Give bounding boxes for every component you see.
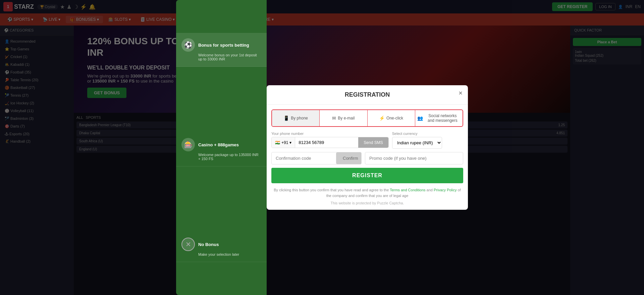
phone-group: Your phone number 🇮🇳 +91 ▾ Send SMS [271, 132, 389, 149]
dropdown-icon: ▾ [289, 140, 291, 145]
currency-group: Select currency Indian rupee (INR) USD E… [392, 132, 463, 149]
modal-overlay: ⚽ Bonus for sports betting Welcome bonus… [0, 0, 644, 295]
no-bonus-icon: ✕ [181, 238, 195, 251]
registration-title: REGISTRATION [267, 85, 468, 105]
phone-code: +91 [281, 140, 288, 145]
confirm-row: Confirm [271, 152, 463, 164]
bonus-sports-desc: Welcome bonus on your 1st deposit up to … [198, 53, 261, 61]
phone-currency-row: Your phone number 🇮🇳 +91 ▾ Send SMS Sele… [271, 132, 463, 149]
tab-by-phone-label: By phone [291, 116, 308, 120]
confirm-button[interactable]: Confirm [336, 152, 362, 164]
registration-tabs: 📱 By phone ✉ By e-mail ⚡ One-click 👥 Soc… [271, 109, 463, 127]
one-click-tab-icon: ⚡ [379, 115, 385, 121]
bonus-sports-header: ⚽ Bonus for sports betting [181, 38, 261, 52]
terms-link[interactable]: Terms and Conditions [390, 188, 425, 192]
bonus-casino-title: Casino + 888games [198, 142, 239, 147]
tab-one-click-label: One-click [386, 116, 403, 120]
close-button[interactable]: × [459, 89, 463, 97]
bonus-sidebar: ⚽ Bonus for sports betting Welcome bonus… [176, 0, 267, 295]
register-button[interactable]: REGISTER [271, 168, 463, 183]
email-tab-icon: ✉ [332, 115, 336, 121]
bonus-sports-title: Bonus for sports betting [198, 43, 249, 48]
privacy-link[interactable]: Privacy Policy [434, 188, 457, 192]
send-sms-button[interactable]: Send SMS [358, 137, 388, 148]
tab-one-click[interactable]: ⚡ One-click [368, 110, 415, 126]
confirmation-wrapper: Confirm [271, 152, 362, 164]
phone-input[interactable] [295, 137, 358, 148]
bonus-sports-card[interactable]: ⚽ Bonus for sports betting Welcome bonus… [176, 33, 267, 67]
phone-tab-icon: 📱 [283, 115, 289, 121]
phone-label: Your phone number [271, 132, 389, 136]
confirmation-code-input[interactable] [272, 152, 336, 164]
terms-text: By clicking this button you confirm that… [271, 187, 463, 198]
bonus-casino-card[interactable]: 🎰 Casino + 888games Welcome package up t… [176, 133, 267, 166]
currency-select[interactable]: Indian rupee (INR) USD EUR [392, 137, 442, 149]
registration-form: Your phone number 🇮🇳 +91 ▾ Send SMS Sele… [267, 132, 468, 210]
tab-social-label: Social networks and messengers [425, 113, 461, 123]
no-bonus-card[interactable]: ✕ No Bonus Make your selection later [176, 232, 267, 262]
tab-by-email[interactable]: ✉ By e-mail [320, 110, 367, 126]
country-flag-selector[interactable]: 🇮🇳 +91 ▾ [272, 137, 295, 148]
soccer-ball-icon: ⚽ [181, 38, 195, 52]
no-bonus-header: ✕ No Bonus [181, 238, 261, 251]
phone-wrapper: 🇮🇳 +91 ▾ Send SMS [271, 137, 389, 148]
social-tab-icon: 👥 [417, 115, 423, 121]
currency-label: Select currency [392, 132, 463, 136]
bonus-casino-desc: Welcome package up to 135000 INR + 150 F… [198, 153, 261, 161]
casino-icon: 🎰 [181, 138, 195, 151]
flag-icon: 🇮🇳 [275, 140, 280, 145]
tab-social[interactable]: 👥 Social networks and messengers [415, 110, 463, 126]
tab-by-phone[interactable]: 📱 By phone [272, 110, 320, 126]
bonus-casino-header: 🎰 Casino + 888games [181, 138, 261, 151]
captcha-text: This website is protected by Puzzle Capt… [271, 201, 463, 205]
promo-code-input[interactable] [365, 152, 463, 164]
no-bonus-desc: Make your selection later [198, 252, 261, 256]
registration-modal: REGISTRATION × 📱 By phone ✉ By e-mail ⚡ … [267, 85, 468, 210]
tab-by-email-label: By e-mail [338, 116, 355, 120]
no-bonus-title: No Bonus [198, 242, 219, 247]
